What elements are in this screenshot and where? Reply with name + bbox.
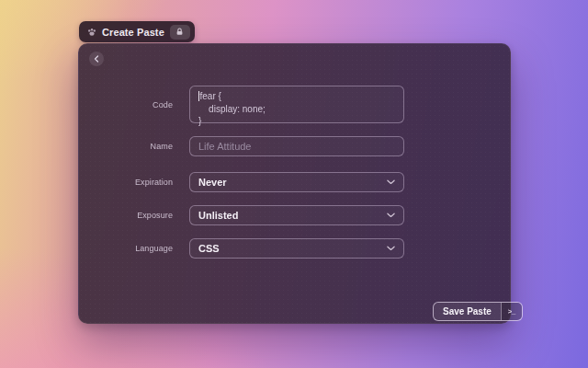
- name-label: Name: [96, 142, 189, 151]
- create-paste-window: Code fear { display: none; } Name Expira…: [78, 43, 511, 324]
- language-label: Language: [96, 244, 189, 253]
- tab-title: Create Paste: [102, 27, 164, 38]
- code-textarea[interactable]: fear { display: none; }: [189, 86, 404, 123]
- exposure-label: Exposure: [96, 211, 189, 220]
- expiration-value: Never: [198, 177, 227, 188]
- chevron-down-icon: [387, 213, 395, 218]
- form-row-exposure: Exposure Unlisted: [96, 205, 404, 225]
- exposure-select[interactable]: Unlisted: [189, 205, 404, 225]
- terminal-icon: >_: [501, 303, 522, 320]
- form-row-language: Language CSS: [96, 238, 404, 259]
- form-row-expiration: Expiration Never: [96, 172, 404, 192]
- chevron-down-icon: [387, 246, 395, 251]
- code-label: Code: [96, 100, 189, 109]
- language-value: CSS: [198, 243, 220, 254]
- paw-icon: [87, 28, 96, 37]
- tab-create-paste[interactable]: Create Paste: [79, 21, 195, 42]
- name-input[interactable]: [189, 136, 404, 156]
- form-row-code: Code fear { display: none; }: [96, 86, 404, 123]
- code-value: fear { display: none; }: [198, 91, 266, 126]
- exposure-value: Unlisted: [198, 210, 238, 221]
- lock-icon[interactable]: [170, 25, 190, 40]
- save-paste-label: Save Paste: [434, 303, 501, 320]
- save-paste-button[interactable]: Save Paste >_: [433, 302, 523, 321]
- form-row-name: Name: [96, 136, 404, 156]
- back-button[interactable]: [89, 52, 104, 66]
- chevron-down-icon: [387, 179, 395, 185]
- expiration-select[interactable]: Never: [189, 172, 404, 192]
- expiration-label: Expiration: [96, 178, 189, 187]
- language-select[interactable]: CSS: [189, 238, 404, 259]
